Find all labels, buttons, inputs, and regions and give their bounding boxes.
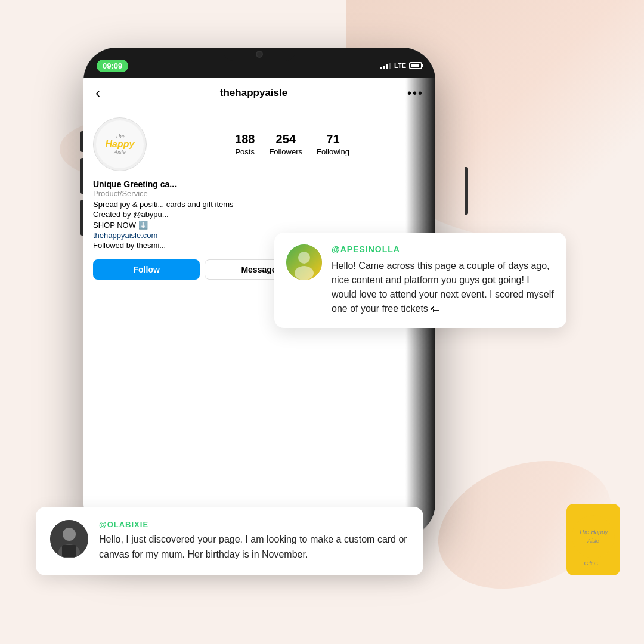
bio-shop: SHOP NOW ⬇️	[93, 221, 426, 230]
svg-point-10	[63, 528, 76, 541]
comment-content-1: @APESINOLLA Hello! Came across this page…	[332, 244, 555, 316]
bio-created: Created by @abypu...	[93, 210, 426, 219]
bio-name: Unique Greeting ca...	[93, 179, 426, 189]
comment-card-olabixie: @OLABIXIE Hello, I just discovered your …	[36, 507, 423, 575]
instagram-header: ‹ thehappyaisle •••	[83, 78, 435, 109]
svg-point-7	[298, 252, 310, 264]
follow-button[interactable]: Follow	[93, 259, 200, 280]
svg-point-13	[572, 515, 615, 558]
avatar-olabixie	[50, 520, 88, 558]
followers-label: Followers	[269, 147, 302, 156]
comment-card-apesinolla: @APESINOLLA Hello! Came across this page…	[274, 233, 566, 328]
notch	[224, 48, 295, 61]
followers-count: 254	[269, 132, 302, 146]
comment-handle-2: @OLABIXIE	[99, 520, 409, 529]
profile-logo: The Happy Aisle	[96, 120, 144, 168]
profile-username: thehappyaisle	[220, 87, 287, 99]
battery-icon	[409, 62, 422, 69]
svg-text:The Happy: The Happy	[579, 529, 609, 535]
phone-power-button	[465, 167, 468, 215]
gift-card-partial: The Happy Aisle Gift G...	[566, 504, 620, 575]
posts-stat[interactable]: 188 Posts	[235, 132, 255, 157]
signal-icon	[380, 63, 391, 69]
svg-rect-12	[62, 545, 76, 557]
comment-content-2: @OLABIXIE Hello, I just discovered your …	[99, 520, 409, 562]
posts-count: 188	[235, 132, 255, 146]
profile-section: The Happy Aisle 188 Posts 254 Followers	[83, 109, 435, 177]
bio-category: Product/Service	[93, 189, 426, 198]
comment-text-2: Hello, I just discovered your page. I am…	[99, 532, 409, 562]
comment-text-1: Hello! Came across this page a couple of…	[332, 259, 555, 316]
back-button[interactable]: ‹	[95, 85, 100, 101]
posts-label: Posts	[235, 147, 255, 156]
following-stat[interactable]: 71 Following	[317, 132, 349, 157]
camera	[256, 51, 263, 58]
bio-description: Spread joy & positi... cards and gift it…	[93, 200, 426, 209]
following-label: Following	[317, 147, 349, 156]
profile-stats: 188 Posts 254 Followers 71 Following	[159, 132, 426, 157]
following-count: 71	[317, 132, 349, 146]
followers-stat[interactable]: 254 Followers	[269, 132, 302, 157]
status-bar: 09:09 LTE	[83, 48, 435, 78]
avatar-apesinolla	[286, 244, 322, 280]
status-indicators: LTE	[380, 62, 422, 69]
lte-label: LTE	[394, 62, 406, 69]
svg-point-8	[295, 266, 314, 280]
svg-text:Aisle: Aisle	[587, 538, 599, 544]
phone-time: 09:09	[97, 60, 128, 72]
comment-handle-1: @APESINOLLA	[332, 244, 555, 254]
avatar[interactable]: The Happy Aisle	[93, 117, 147, 171]
